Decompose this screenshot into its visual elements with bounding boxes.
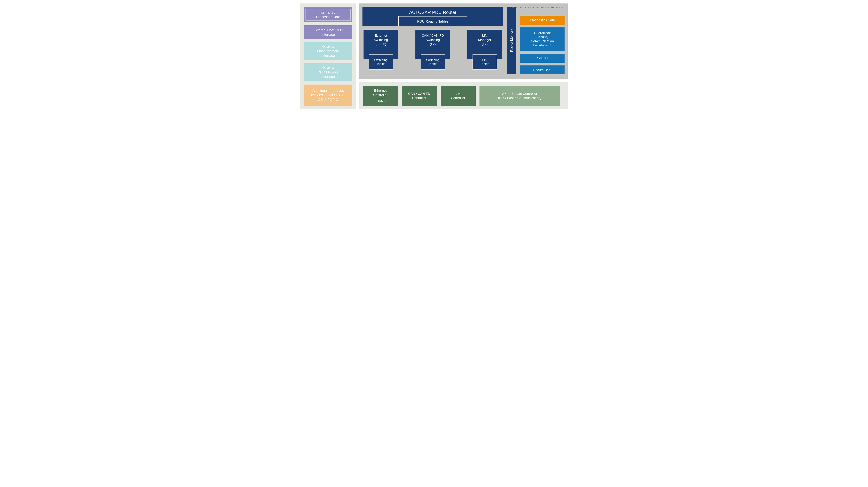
diagnostics-data-block: Diagnostics Data: [520, 16, 564, 25]
ethernet-controller-label: Ethernet Controller: [373, 89, 388, 97]
ddr-memory-block: Optional DDR Memory Interface: [304, 63, 352, 81]
controllers-row: Ethernet Controller TSN CAN / CAN-FD Con…: [363, 86, 476, 106]
autosar-pdu-router-title: AUTOSAR PDU Router: [363, 10, 503, 15]
bottom-panel: Ethernet Controller TSN CAN / CAN-FD Con…: [359, 82, 568, 110]
flash-optional-label: Optional: [322, 45, 334, 49]
ethernet-controller-block: Ethernet Controller TSN: [363, 86, 398, 106]
ethernet-switching-label: Ethernet Switching (L2-L3): [374, 34, 388, 46]
secure-boot-block: Secure Boot: [520, 65, 564, 74]
flash-memory-block: Optional Flash Memory Interface: [304, 42, 352, 60]
lin-manager-block: LIN Manager (L2) LIN Tables: [467, 30, 502, 59]
brand-part2: X: [533, 6, 535, 9]
can-controller-label: CAN / CAN-FD Controller: [408, 92, 430, 100]
brand-part1: GUARDKN: [512, 6, 530, 9]
guardknox-lockdown-block: GuardKnox Security Communication Lockdow…: [520, 27, 564, 51]
ddr-optional-label: Optional: [322, 66, 334, 70]
lin-controller-label: LIN Controller: [451, 92, 465, 100]
tsn-label: TSN: [378, 99, 383, 102]
can-switching-tables-block: Switching Tables: [421, 54, 445, 70]
pdu-routing-tables-label: PDU Routing Tables: [417, 20, 448, 24]
brand-logo: GUARDKNOX COMMENGINE™: [512, 6, 564, 9]
lin-tables-label: LIN Tables: [480, 58, 489, 66]
additional-interfaces-label: Additional Interfaces I2S / I2C / SPI / …: [311, 88, 345, 102]
guardknox-lockdown-label: GuardKnox Security Communication Lockdow…: [531, 31, 554, 48]
ddr-memory-label: DDR Memory Interface: [317, 70, 339, 79]
ethernet-switching-tables-label: Switching Tables: [374, 58, 388, 66]
flash-memory-label: Flash Memory Interface: [317, 49, 339, 58]
external-host-cpu-label: External Host CPU Interface: [313, 28, 343, 37]
external-host-cpu-block: External Host CPU Interface: [304, 25, 352, 39]
diagram-container: Internal Soft Processor Core External Ho…: [300, 3, 568, 110]
lin-controller-block: LIN Controller: [441, 86, 476, 106]
can-controller-block: CAN / CAN-FD Controller: [402, 86, 437, 106]
additional-interfaces-block: Additional Interfaces I2S / I2C / SPI / …: [304, 85, 352, 106]
right-column: GUARDKNOX COMMENGINE™ AUTOSAR PDU Router…: [359, 3, 568, 110]
secoc-label: SecOC: [537, 56, 548, 60]
ethernet-switching-block: Ethernet Switching (L2-L3) Switching Tab…: [364, 30, 398, 59]
packet-memory-label: Packet Memory: [510, 29, 514, 52]
can-switching-tables-label: Switching Tables: [426, 58, 439, 66]
can-switching-block: CAN / CAN-FD Switching (L2) Switching Ta…: [415, 30, 450, 59]
diagnostics-data-label: Diagnostics Data: [530, 18, 555, 22]
switch-row: Ethernet Switching (L2-L3) Switching Tab…: [363, 30, 503, 59]
internal-soft-processor-block: Internal Soft Processor Core: [304, 7, 352, 22]
lin-tables-block: LIN Tables: [472, 54, 497, 70]
ethernet-switching-tables-block: Switching Tables: [369, 54, 393, 70]
secoc-block: SecOC: [520, 54, 564, 63]
secure-boot-label: Secure Boot: [533, 68, 552, 72]
autosar-pdu-router-block: AUTOSAR PDU Router PDU Routing Tables: [363, 7, 503, 26]
brand-o: O: [530, 6, 533, 9]
packet-memory-block: Packet Memory: [507, 7, 516, 74]
brand-part3: COMMENGINE™: [537, 6, 564, 9]
router-zone: AUTOSAR PDU Router PDU Routing Tables Et…: [363, 7, 503, 74]
right-stack: Diagnostics Data GuardKnox Security Comm…: [520, 7, 564, 74]
left-column: Internal Soft Processor Core External Ho…: [300, 3, 356, 110]
can-switching-label: CAN / CAN-FD Switching (L2): [422, 34, 444, 46]
axi4-stream-controller-label: AXI-4 Stream Controller (PDU Based Commu…: [498, 92, 541, 100]
pdu-routing-tables-block: PDU Routing Tables: [398, 16, 467, 26]
lin-manager-label: LIN Manager (L2): [478, 34, 491, 46]
axi4-stream-controller-block: AXI-4 Stream Controller (PDU Based Commu…: [479, 86, 560, 106]
internal-soft-processor-label: Internal Soft Processor Core: [316, 10, 340, 19]
tsn-block: TSN: [375, 99, 386, 103]
switch-row-wrapper: Ethernet Switching (L2-L3) Switching Tab…: [363, 30, 503, 70]
top-panel: GUARDKNOX COMMENGINE™ AUTOSAR PDU Router…: [359, 3, 568, 79]
